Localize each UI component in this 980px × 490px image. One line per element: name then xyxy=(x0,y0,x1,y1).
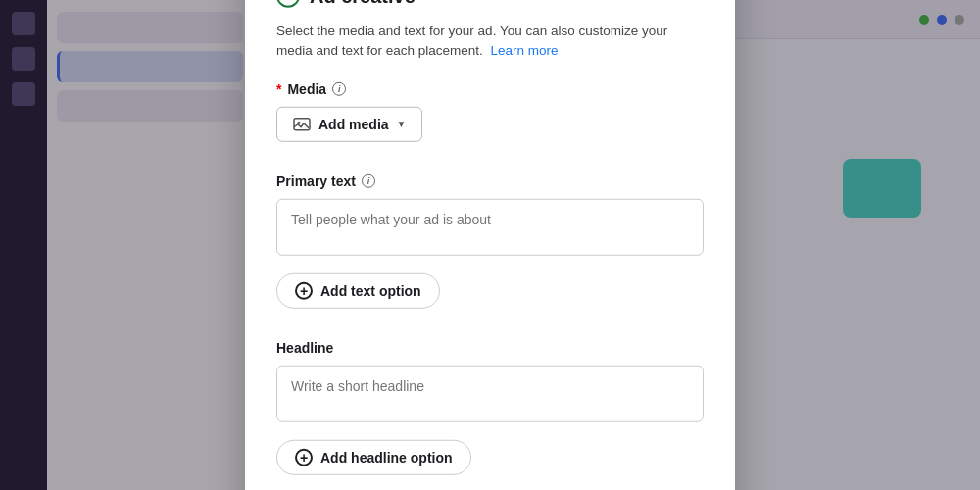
headline-input[interactable] xyxy=(276,365,704,421)
primary-text-label: Primary text i xyxy=(276,172,704,188)
media-button-icon xyxy=(293,115,311,132)
media-info-icon[interactable]: i xyxy=(332,81,346,95)
add-text-option-button[interactable]: + Add text option xyxy=(276,272,440,308)
headline-section: Headline + Add headline option xyxy=(276,339,704,490)
svg-rect-0 xyxy=(294,118,310,129)
modal-header: ✓ Ad creative xyxy=(276,0,704,8)
add-headline-option-button[interactable]: + Add headline option xyxy=(276,439,471,474)
primary-text-section: Primary text i + Add text option xyxy=(276,172,704,327)
primary-text-info-icon[interactable]: i xyxy=(362,173,375,187)
add-headline-plus-icon: + xyxy=(295,448,313,466)
ad-creative-modal: ✓ Ad creative Select the media and text … xyxy=(245,0,735,490)
add-media-button[interactable]: Add media ▼ xyxy=(276,106,422,141)
add-text-plus-icon: + xyxy=(295,281,313,299)
check-icon: ✓ xyxy=(276,0,300,8)
primary-text-input[interactable] xyxy=(276,198,704,255)
modal-description: Select the media and text for your ad. Y… xyxy=(276,22,704,62)
learn-more-link[interactable]: Learn more xyxy=(490,43,558,58)
required-asterisk: * xyxy=(276,80,281,96)
headline-label: Headline xyxy=(276,339,704,355)
media-label: * Media i xyxy=(276,80,704,96)
media-section: * Media i Add media ▼ xyxy=(276,80,704,161)
modal-title: Ad creative xyxy=(310,0,416,7)
add-media-chevron-icon: ▼ xyxy=(397,119,407,129)
